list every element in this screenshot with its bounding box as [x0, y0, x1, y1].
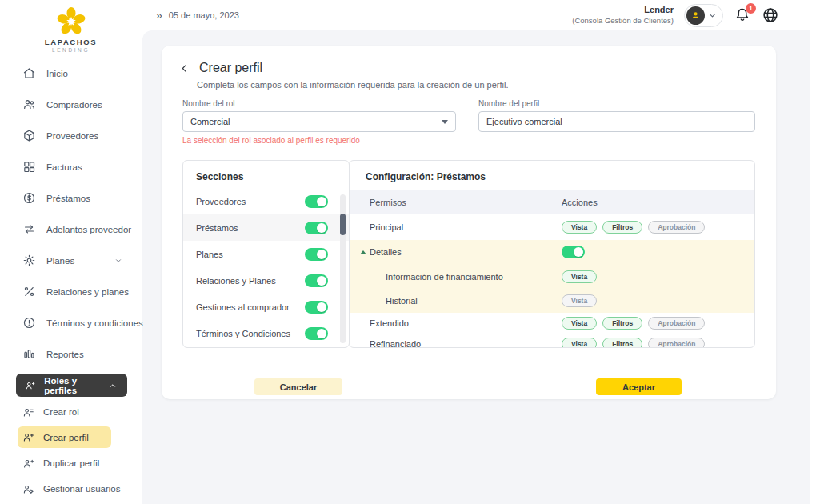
section-toggle[interactable] — [305, 274, 328, 287]
permission-row-informacion-financiamiento: Información de financiamiento Vista — [350, 264, 754, 289]
sidebar-item-inicio[interactable]: Inicio — [0, 58, 142, 89]
page-subtitle: Completa los campos con la información r… — [197, 80, 755, 90]
action-chip-filtros[interactable]: Filtros — [602, 317, 642, 330]
sidebar-item-label: Préstamos — [46, 194, 90, 203]
section-item-proveedores[interactable]: Proveedores — [183, 188, 349, 214]
permissions-table-header: Permisos Acciones — [350, 190, 754, 214]
sidebar-subitem-crear-rol[interactable]: Crear rol — [18, 399, 126, 425]
sidebar-item-label: Facturas — [46, 162, 82, 172]
sidebar-item-adelantos-proveedor[interactable]: Adelantos proveedor — [0, 214, 142, 245]
accept-button[interactable]: Aceptar — [596, 378, 682, 395]
alert-circle-icon — [22, 316, 36, 330]
configuration-title: Configuración: Préstamos — [350, 161, 754, 190]
sidebar-item-reportes[interactable]: Reportes — [0, 338, 142, 370]
action-chip-vista[interactable]: Vista — [562, 221, 597, 234]
permission-row-refinanciado: Refinanciado Vista Filtros Aprobación — [350, 334, 754, 348]
chevron-up-icon[interactable] — [109, 382, 117, 390]
sidebar-item-relaciones-y-planes[interactable]: Relaciones y planes — [0, 276, 142, 307]
section-item-planes[interactable]: Planes — [183, 241, 349, 267]
action-chip-filtros[interactable]: Filtros — [602, 338, 642, 348]
section-label: Planes — [196, 250, 223, 259]
people-icon — [22, 98, 36, 111]
permission-row-principal: Principal Vista Filtros Aprobación — [350, 214, 754, 240]
sidebar-item-terminos-y-condiciones[interactable]: Términos y condiciones — [0, 307, 142, 338]
permission-label: Extendido — [350, 318, 409, 328]
page-title: Crear perfil — [199, 61, 262, 75]
select-caret-icon — [442, 120, 448, 124]
section-toggle[interactable] — [305, 195, 328, 208]
profile-form: Nombre del rol Comercial La selección de… — [162, 90, 776, 145]
back-button[interactable] — [179, 63, 190, 74]
detalles-toggle[interactable] — [562, 246, 585, 258]
crear-perfil-card: Crear perfil Completa los campos con la … — [162, 46, 776, 399]
permission-row-historial: Historial Vista — [350, 289, 754, 313]
sidebar-item-prestamos[interactable]: Préstamos — [0, 182, 142, 214]
user-gear-icon — [22, 483, 34, 495]
section-item-relaciones-y-planes[interactable]: Relaciones y Planes — [183, 267, 349, 294]
action-chip-aprobacion[interactable]: Aprobación — [648, 221, 705, 234]
notification-badge: 1 — [746, 3, 756, 14]
action-chip-vista[interactable]: Vista — [562, 317, 597, 330]
role-field-group: Nombre del rol Comercial La selección de… — [182, 99, 456, 145]
section-item-gestiones-al-comprador[interactable]: Gestiones al comprador — [183, 294, 349, 320]
section-item-prestamos[interactable]: Préstamos — [183, 214, 349, 241]
chevron-down-icon — [708, 11, 717, 20]
user-subtitle: (Consola Gestión de Clientes) — [572, 16, 674, 26]
sidebar-item-planes[interactable]: Planes — [0, 245, 142, 276]
transfer-arrows-icon — [22, 222, 36, 236]
sidebar-subitem-duplicar-perfil[interactable]: Duplicar perfil — [18, 450, 126, 476]
user-name: Lender — [572, 5, 674, 16]
section-toggle[interactable] — [305, 248, 328, 261]
sidebar-item-label: Crear rol — [43, 407, 79, 417]
action-chip-aprobacion[interactable]: Aprobación — [648, 317, 705, 330]
action-chip-vista[interactable]: Vista — [562, 338, 597, 348]
action-chip-vista[interactable]: Vista — [562, 294, 597, 307]
sidebar-item-label: Roles y perfiles — [44, 376, 100, 395]
sidebar-subitem-gestionar-usuarios[interactable]: Gestionar usuarios — [18, 476, 126, 502]
cancel-button[interactable]: Cancelar — [254, 378, 342, 395]
action-chip-vista[interactable]: Vista — [562, 270, 597, 283]
sections-scrollbar-thumb[interactable] — [340, 214, 346, 235]
permission-label: Historial — [350, 296, 418, 306]
sidebar-item-label: Términos y condiciones — [46, 318, 143, 328]
sidebar-item-proveedores[interactable]: Proveedores — [0, 120, 142, 151]
user-plus-icon — [22, 458, 34, 470]
sidebar-item-roles-y-perfiles[interactable]: Roles y perfiles — [16, 374, 127, 397]
section-label: Préstamos — [196, 223, 238, 233]
notifications-button[interactable]: 1 — [734, 6, 751, 24]
role-select[interactable]: Comercial — [182, 111, 456, 132]
user-menu-button[interactable] — [684, 4, 723, 27]
config-panels: Secciones Proveedores Préstamos Planes — [182, 160, 755, 348]
lapachos-flower-icon — [55, 6, 87, 37]
section-label: Gestiones al comprador — [196, 302, 290, 312]
collapse-sidebar-icon[interactable]: » — [156, 10, 162, 21]
action-chip-aprobacion[interactable]: Aprobación — [648, 338, 705, 348]
sidebar-subitem-crear-perfil[interactable]: Crear perfil — [18, 426, 111, 448]
chevron-down-icon[interactable] — [114, 257, 122, 265]
sidebar-item-compradores[interactable]: Compradores — [0, 89, 142, 120]
globe-icon[interactable] — [762, 6, 779, 24]
section-toggle[interactable] — [305, 301, 328, 314]
logo-subtitle: LENDING — [0, 47, 142, 53]
user-lines-icon — [22, 406, 34, 418]
action-chip-filtros[interactable]: Filtros — [602, 221, 642, 234]
permission-row-detalles: Detalles — [350, 240, 754, 264]
section-item-reportes[interactable]: Reportes — [183, 346, 349, 348]
topbar-right: Lender (Consola Gestión de Clientes) 1 — [572, 4, 816, 27]
section-toggle[interactable] — [305, 222, 328, 234]
role-select-value: Comercial — [190, 117, 230, 126]
section-label: Proveedores — [196, 197, 246, 206]
topbar: » 05 de mayo, 2023 Lender (Consola Gesti… — [142, 0, 816, 30]
logo-title: LAPACHOS — [0, 38, 142, 46]
sidebar-item-facturas[interactable]: Facturas — [0, 151, 142, 182]
profile-name-input[interactable] — [478, 111, 755, 132]
profile-field-group: Nombre del perfil — [478, 99, 755, 145]
role-label: Nombre del rol — [182, 99, 456, 108]
topbar-date: 05 de mayo, 2023 — [169, 10, 239, 20]
section-item-terminos-y-condiciones[interactable]: Términos y Condiciones — [183, 320, 349, 346]
logo: LAPACHOS LENDING — [0, 0, 142, 51]
sidebar: LAPACHOS LENDING Inicio Compradores Prov… — [0, 0, 142, 504]
section-toggle[interactable] — [305, 327, 328, 340]
topbar-left: » 05 de mayo, 2023 — [142, 10, 239, 21]
collapse-caret-icon[interactable] — [360, 250, 366, 254]
